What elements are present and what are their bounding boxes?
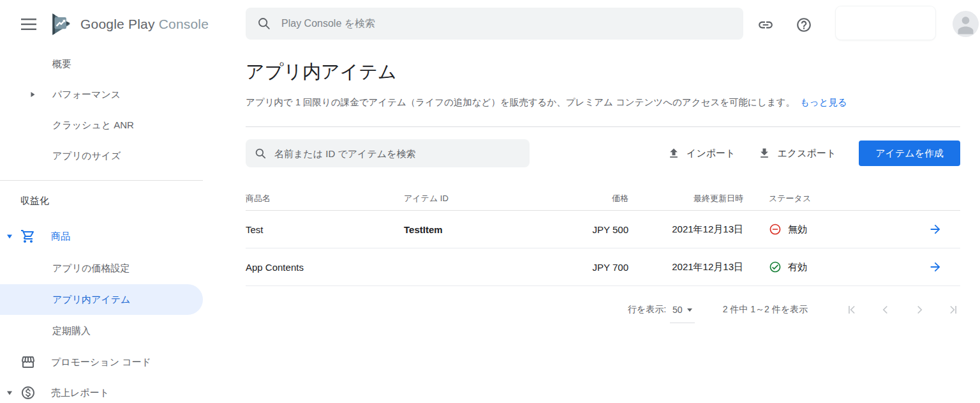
sidebar-item-promo-codes[interactable]: プロモーション コード (0, 347, 203, 377)
toolbar-actions: インポート エクスポート アイテムを作成 (667, 141, 960, 166)
sidebar-item-in-app-products[interactable]: アプリ内アイテム (0, 284, 203, 315)
search-icon (255, 148, 267, 160)
previous-page-button[interactable] (879, 303, 893, 317)
sidebar-item-label: アプリの価格設定 (52, 262, 130, 275)
rows-per-page-select[interactable]: 50 (671, 305, 694, 315)
global-search-bar[interactable] (246, 8, 743, 40)
minus-circle-icon (769, 223, 782, 236)
cell-item-id: TestItem (404, 224, 551, 235)
google-play-console-logo[interactable]: Google Play Console (47, 10, 209, 38)
pagination-bar: 行を表示: 50 2 件中 1～2 件を表示 (246, 303, 960, 317)
item-search-bar[interactable] (246, 139, 530, 167)
sidebar-item-label: プロモーション コード (51, 356, 151, 369)
item-search-input[interactable] (274, 148, 521, 159)
column-header-price: 価格 (551, 193, 628, 204)
chevron-right-icon (912, 303, 926, 317)
pager-buttons (845, 303, 960, 317)
upload-icon (667, 147, 680, 160)
sidebar-item-label: アプリのサイズ (52, 150, 121, 162)
import-button-label: インポート (687, 148, 735, 160)
main-content: アプリ内アイテム アプリ内で 1 回限りの課金でアイテム（ライフの追加など）を販… (246, 49, 960, 317)
cell-last-updated: 2021年12月13日 (628, 261, 743, 273)
last-page-button[interactable] (946, 303, 960, 317)
open-item-button[interactable] (927, 221, 944, 238)
cell-price: JPY 700 (551, 262, 628, 273)
pagination-range-text: 2 件中 1～2 件を表示 (723, 304, 808, 316)
column-header-product-name: 商品名 (246, 193, 404, 204)
rows-per-page-label: 行を表示: (628, 304, 666, 316)
storefront-icon (20, 354, 36, 370)
logo-text-google-play: Google Play (80, 17, 155, 31)
status-label: 無効 (788, 224, 807, 236)
last-page-icon (946, 303, 960, 317)
table-header-row: 商品名 アイテム ID 価格 最終更新日時 ステータス (246, 186, 960, 211)
rows-per-page-value: 50 (672, 305, 683, 315)
section-divider (246, 126, 960, 127)
sidebar-item-label: 売上レポート (51, 387, 109, 399)
cell-status: 有効 (743, 261, 880, 273)
triangle-down-icon[interactable] (6, 390, 13, 396)
sidebar-item-app-pricing[interactable]: アプリの価格設定 (0, 252, 203, 284)
sidebar-item-label: クラッシュと ANR (52, 119, 134, 132)
table-row[interactable]: App Contents JPY 700 2021年12月13日 有効 (246, 248, 960, 286)
table-toolbar: インポート エクスポート アイテムを作成 (246, 139, 960, 167)
cell-status: 無効 (743, 223, 880, 236)
logo-wordmark: Google Play Console (80, 17, 209, 32)
learn-more-link[interactable]: もっと見る (800, 97, 847, 107)
export-button[interactable]: エクスポート (758, 147, 836, 160)
cell-product-name: Test (246, 224, 404, 235)
rows-per-page: 行を表示: 50 (628, 304, 694, 316)
sidebar-item-label: パフォーマンス (52, 89, 121, 101)
triangle-right-icon[interactable] (29, 91, 36, 98)
hamburger-menu-icon[interactable] (19, 15, 38, 33)
play-console-logo-icon (47, 10, 74, 38)
account-selector-card[interactable] (836, 6, 935, 40)
sidebar-item-subscriptions[interactable]: 定期購入 (0, 315, 203, 347)
global-search-input[interactable] (281, 18, 732, 29)
sidebar-item-sales-reports[interactable]: 売上レポート (0, 377, 203, 403)
page-title: アプリ内アイテム (246, 57, 960, 86)
sidebar-item-overview[interactable]: 概要 (0, 49, 203, 79)
sidebar-item-products[interactable]: 商品 (0, 220, 203, 252)
dollar-circle-icon (20, 385, 36, 400)
cell-price: JPY 500 (551, 224, 628, 235)
sidebar-section-monetization: 収益化 (0, 181, 203, 220)
export-button-label: エクスポート (777, 148, 836, 160)
sidebar-item-label: 商品 (51, 231, 70, 243)
sidebar-item-crashes-anr[interactable]: クラッシュと ANR (0, 110, 203, 141)
search-icon (257, 17, 271, 31)
import-button[interactable]: インポート (667, 147, 735, 160)
triangle-down-icon[interactable] (6, 233, 13, 240)
shopping-cart-icon (20, 229, 36, 244)
avatar[interactable] (953, 11, 979, 37)
link-icon[interactable] (754, 13, 777, 36)
next-page-button[interactable] (912, 303, 926, 317)
sidebar-item-app-size[interactable]: アプリのサイズ (0, 141, 203, 171)
arrow-right-icon (928, 260, 942, 274)
sidebar-item-label: 定期購入 (52, 325, 91, 337)
top-app-bar: Google Play Console (0, 0, 980, 49)
person-icon (953, 11, 979, 37)
first-page-button[interactable] (845, 303, 859, 317)
chevron-left-icon (879, 303, 893, 317)
page-description: アプリ内で 1 回限りの課金でアイテム（ライフの追加など）を販売するか、プレミア… (246, 96, 960, 109)
create-item-button[interactable]: アイテムを作成 (859, 141, 960, 166)
hamburger-icon (20, 17, 37, 31)
first-page-icon (845, 303, 859, 317)
check-circle-icon (769, 261, 782, 273)
cell-last-updated: 2021年12月13日 (628, 224, 743, 236)
open-item-button[interactable] (927, 259, 944, 275)
download-icon (758, 147, 771, 160)
sidebar-nav: 概要 パフォーマンス クラッシュと ANR アプリのサイズ 収益化 商品 アプリ… (0, 49, 203, 403)
help-icon[interactable] (792, 13, 815, 36)
column-header-last-updated: 最終更新日時 (628, 193, 743, 204)
status-label: 有効 (788, 261, 807, 273)
sidebar-item-label: 概要 (52, 58, 71, 70)
column-header-item-id: アイテム ID (404, 193, 551, 204)
sidebar-item-performance[interactable]: パフォーマンス (0, 79, 203, 110)
logo-text-console: Console (159, 17, 209, 31)
column-header-status: ステータス (743, 193, 880, 204)
chevron-down-icon (687, 308, 692, 312)
table-row[interactable]: Test TestItem JPY 500 2021年12月13日 無効 (246, 211, 960, 248)
cell-product-name: App Contents (246, 262, 404, 273)
